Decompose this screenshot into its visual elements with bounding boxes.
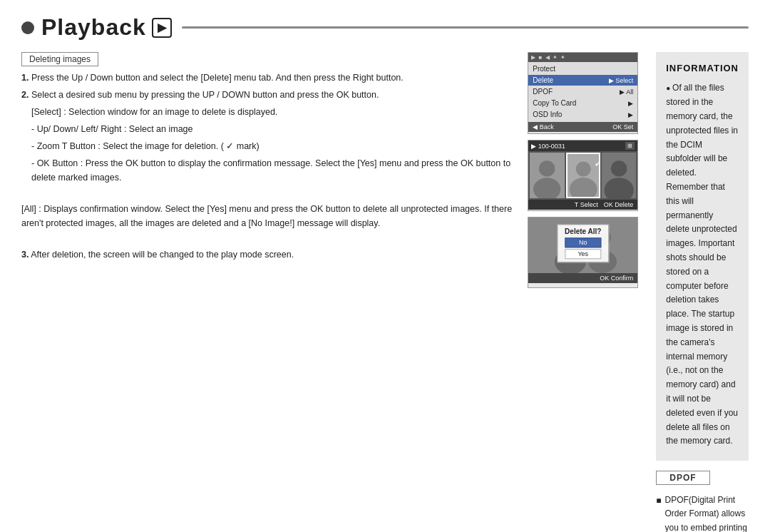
delete-dialog-title: Delete All? (565, 227, 601, 235)
camera-screen-3: Delete All? No Yes OK Confirm (528, 217, 638, 288)
svg-point-8 (611, 160, 627, 176)
dpof-item-1: ■ DPOF(Digital Print Order Format) allow… (656, 493, 749, 532)
section-label: Deleting images (21, 52, 515, 71)
page: Playback ▶ Deleting images 1. Press the … (0, 0, 770, 532)
screen2-footer: T Select OK Delete (528, 200, 637, 210)
menu-row-delete: Delete▶ Select (528, 75, 637, 86)
page-header: Playback ▶ (21, 14, 749, 41)
thumb-3 (602, 153, 636, 198)
screen2-header: ▶ 100-0031 ⊞ (528, 140, 637, 151)
steps-text: 1. Press the Up / Down button and select… (21, 71, 515, 262)
playback-icon: ▶ (152, 18, 172, 38)
information-item-1: Of all the files stored in the memory ca… (666, 81, 739, 449)
menu-row-osd: OSD Info▶ (528, 109, 637, 121)
step-3: 3. After deletion, the screen will be ch… (21, 233, 515, 262)
screen1-footer: ◀ Back OK Set (528, 122, 637, 132)
delete-yes-btn[interactable]: Yes (565, 249, 601, 259)
header-bullet (21, 21, 34, 34)
menu-row-protect: Protect (528, 63, 637, 75)
dpof-label: DPOF (656, 471, 709, 485)
information-box: INFORMATION Of all the files stored in t… (656, 52, 749, 461)
steps-block: Deleting images 1. Press the Up / Down b… (21, 52, 515, 532)
screen2-title: ▶ 100-0031 (531, 143, 565, 150)
delete-dialog: Delete All? No Yes (557, 224, 609, 262)
step-2-sub2: - Up/ Down/ Left/ Right : Select an imag… (21, 122, 515, 136)
step-2-sub4: - OK Button : Press the OK button to dis… (21, 156, 515, 185)
thumb-1 (530, 153, 564, 198)
svg-point-1 (539, 160, 555, 176)
svg-point-4 (575, 162, 590, 177)
camera-screenshots: ▶ ■ ◀ ✦ ✦ Protect Delete▶ Select DPOF▶ A… (524, 52, 642, 532)
step-all: [All] : Displays confirmation window. Se… (21, 188, 515, 230)
camera-screen-2: ▶ 100-0031 ⊞ (528, 140, 638, 211)
screen2-mode: ⊞ (625, 142, 635, 150)
screen3-footer: OK Confirm (528, 273, 637, 283)
camera-screen-1: ▶ ■ ◀ ✦ ✦ Protect Delete▶ Select DPOF▶ A… (528, 52, 638, 134)
dpof-section: DPOF ■ DPOF(Digital Print Order Format) … (656, 471, 749, 532)
page-title: Playback (41, 14, 146, 41)
screen3-ok: OK Confirm (600, 275, 633, 282)
step-2: 2. Select a desired sub menu by pressing… (21, 88, 515, 102)
screen1-header: ▶ ■ ◀ ✦ ✦ (528, 53, 637, 62)
svg-text:✓: ✓ (594, 157, 599, 169)
screen1-icons: ▶ ■ ◀ ✦ ✦ (531, 54, 566, 61)
step-2-sub3: - Zoom T Button : Select the image for d… (21, 139, 515, 153)
step-1: 1. Press the Up / Down button and select… (21, 71, 515, 85)
delete-no-btn[interactable]: No (565, 237, 601, 247)
information-title: INFORMATION (666, 61, 739, 76)
menu-row-copy: Copy To Card▶ (528, 98, 637, 109)
step-2-sub1: [Select] : Selection window for an image… (21, 105, 515, 119)
thumb-2: ✓ (566, 153, 600, 198)
menu-row-dpof: DPOF▶ All (528, 86, 637, 98)
main-body: Deleting images 1. Press the Up / Down b… (21, 52, 749, 532)
header-line (182, 26, 749, 29)
left-section: Deleting images 1. Press the Up / Down b… (21, 52, 642, 532)
dpof-label-container: DPOF (656, 471, 749, 488)
right-col: INFORMATION Of all the files stored in t… (656, 52, 749, 532)
